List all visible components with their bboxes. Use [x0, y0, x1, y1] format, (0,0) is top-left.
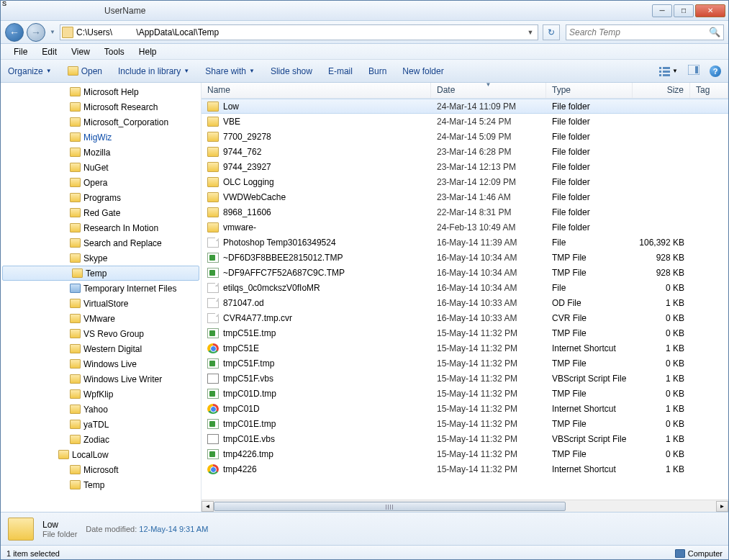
tree-item[interactable]: Research In Motion: [1, 220, 201, 235]
email-button[interactable]: E-mail: [328, 66, 353, 76]
minimize-button[interactable]: ─: [652, 4, 672, 17]
include-library-button[interactable]: Include in library▼: [118, 66, 189, 76]
tree-item[interactable]: yaTDL: [1, 417, 201, 432]
tree-item[interactable]: Search and Replace: [1, 235, 201, 250]
list-row[interactable]: Photoshop Temp301634952416-May-14 11:39 …: [202, 235, 728, 250]
list-row[interactable]: 871047.od16-May-14 10:33 AMOD File1 KB: [202, 295, 728, 310]
tree-item[interactable]: Yahoo: [1, 402, 201, 417]
column-date[interactable]: ▼Date: [431, 83, 546, 98]
forward-button[interactable]: →: [27, 23, 45, 42]
list-row[interactable]: Low24-Mar-14 11:09 PMFile folder: [202, 99, 728, 114]
tree-item[interactable]: Red Gate: [1, 205, 201, 220]
list-row[interactable]: 8968_1160622-Mar-14 8:31 PMFile folder: [202, 204, 728, 220]
preview-pane-button[interactable]: [688, 65, 699, 77]
list-row[interactable]: 9744_2392723-Mar-14 12:13 PMFile folder: [202, 159, 728, 174]
scroll-right-arrow[interactable]: ►: [716, 501, 728, 512]
menu-edit[interactable]: Edit: [36, 45, 63, 58]
details-folder-icon: [8, 518, 34, 541]
scroll-track[interactable]: [214, 501, 716, 512]
tree-item[interactable]: Temp: [2, 266, 199, 281]
tree-item[interactable]: Western Digital: [1, 341, 201, 356]
slideshow-button[interactable]: Slide show: [271, 66, 312, 76]
tree-item[interactable]: VS Revo Group: [1, 326, 201, 341]
tree-item[interactable]: NuGet: [1, 160, 201, 175]
column-size[interactable]: Size: [633, 83, 690, 98]
tree-item[interactable]: Windows Live Writer: [1, 371, 201, 387]
search-input[interactable]: [569, 27, 709, 37]
open-button[interactable]: Open: [68, 66, 102, 76]
horizontal-scrollbar[interactable]: ◄ ►: [202, 500, 728, 512]
tree-item[interactable]: MigWiz: [1, 130, 201, 145]
list-row[interactable]: vmware-24-Feb-13 10:49 AMFile folder: [202, 220, 728, 235]
tree-item[interactable]: Programs: [1, 190, 201, 205]
help-button[interactable]: ?: [710, 66, 721, 77]
burn-button[interactable]: Burn: [368, 66, 386, 76]
list-row[interactable]: tmpC01D15-May-14 11:32 PMInternet Shortc…: [202, 401, 728, 416]
scroll-left-arrow[interactable]: ◄: [202, 501, 214, 512]
list-row[interactable]: tmpC01E.tmp15-May-14 11:32 PMTMP File0 K…: [202, 416, 728, 431]
tree-item[interactable]: Windows Live: [1, 356, 201, 371]
list-row[interactable]: 9744_76223-Mar-14 6:28 PMFile folder: [202, 144, 728, 159]
refresh-button[interactable]: ↻: [543, 24, 560, 40]
address-bar[interactable]: ▼: [60, 24, 538, 40]
file-type: File: [546, 238, 633, 248]
list-row[interactable]: 7700_2927824-Mar-14 5:09 PMFile folder: [202, 129, 728, 144]
newfolder-button[interactable]: New folder: [402, 66, 443, 76]
tree-item[interactable]: Zodiac: [1, 432, 201, 447]
tree-pane[interactable]: Microsoft HelpMicrosoft ResearchMicrosof…: [1, 83, 202, 512]
menu-file[interactable]: File: [8, 45, 33, 58]
list-row[interactable]: VBE24-Mar-14 5:24 PMFile folder: [202, 114, 728, 129]
tree-item[interactable]: VirtualStore: [1, 296, 201, 311]
file-size: 1 KB: [633, 404, 690, 414]
close-button[interactable]: ✕: [695, 4, 725, 17]
file-size: 928 KB: [633, 253, 690, 263]
address-input[interactable]: [76, 27, 525, 37]
column-tag[interactable]: Tag: [690, 83, 728, 98]
search-bar[interactable]: 🔍: [566, 24, 724, 40]
menu-help[interactable]: Help: [133, 45, 163, 58]
column-type[interactable]: Type: [546, 83, 633, 98]
tree-item[interactable]: Temp: [1, 477, 201, 492]
tree-item[interactable]: WpfKlip: [1, 387, 201, 402]
scroll-thumb[interactable]: [214, 502, 566, 511]
tree-item[interactable]: Mozilla: [1, 145, 201, 160]
organize-button[interactable]: Organize▼: [8, 66, 52, 76]
tree-item[interactable]: Microsoft Research: [1, 99, 201, 114]
list-row[interactable]: tmpC51F.tmp15-May-14 11:32 PMTMP File0 K…: [202, 356, 728, 371]
tree-item[interactable]: Opera: [1, 175, 201, 190]
list-row[interactable]: tmp4226.tmp15-May-14 11:32 PMTMP File0 K…: [202, 446, 728, 461]
list-row[interactable]: OLC Logging23-Mar-14 12:09 PMFile folder: [202, 174, 728, 189]
folder-icon: [70, 148, 81, 157]
file-type: VBScript Script File: [546, 434, 633, 444]
list-row[interactable]: ~DF6D3F8BBEE2815012.TMP16-May-14 10:34 A…: [202, 250, 728, 265]
history-dropdown[interactable]: ▼: [48, 24, 57, 40]
tree-item[interactable]: VMware: [1, 311, 201, 326]
list-row[interactable]: tmpC01E.vbs15-May-14 11:32 PMVBScript Sc…: [202, 431, 728, 446]
back-button[interactable]: ←: [5, 23, 24, 42]
tree-item[interactable]: Microsoft_Corporation: [1, 114, 201, 130]
list-row[interactable]: ~DF9AFFC7F52A687C9C.TMP16-May-14 10:34 A…: [202, 265, 728, 280]
list-row[interactable]: CVR4A77.tmp.cvr16-May-14 10:33 AMCVR Fil…: [202, 310, 728, 325]
tree-item[interactable]: Microsoft Help: [1, 84, 201, 99]
list-row[interactable]: tmpC51E.tmp15-May-14 11:32 PMTMP File0 K…: [202, 325, 728, 340]
file-name: vmware-: [223, 222, 256, 232]
list-body[interactable]: Low24-Mar-14 11:09 PMFile folderVBE24-Ma…: [202, 99, 728, 500]
list-row[interactable]: tmpC51F.vbs15-May-14 11:32 PMVBScript Sc…: [202, 371, 728, 386]
list-row[interactable]: tmpC51E15-May-14 11:32 PMInternet Shortc…: [202, 340, 728, 356]
file-date: 16-May-14 10:33 AM: [431, 298, 546, 308]
address-dropdown[interactable]: ▼: [525, 29, 536, 36]
list-row[interactable]: etilqs_0c0mckszV0fIoMR16-May-14 10:34 AM…: [202, 280, 728, 295]
view-options-button[interactable]: ▼: [659, 66, 678, 76]
list-row[interactable]: tmpC01D.tmp15-May-14 11:32 PMTMP File0 K…: [202, 386, 728, 401]
share-button[interactable]: Share with▼: [205, 66, 255, 76]
tree-item[interactable]: Skype: [1, 250, 201, 266]
menu-view[interactable]: View: [65, 45, 96, 58]
column-name[interactable]: Name: [202, 83, 431, 98]
list-row[interactable]: VWDWebCache23-Mar-14 1:46 AMFile folder: [202, 189, 728, 204]
tree-item[interactable]: LocalLow: [1, 447, 201, 462]
maximize-button[interactable]: □: [674, 4, 694, 17]
list-row[interactable]: tmp422615-May-14 11:32 PMInternet Shortc…: [202, 461, 728, 477]
tree-item[interactable]: Microsoft: [1, 462, 201, 477]
menu-tools[interactable]: Tools: [99, 45, 130, 58]
tree-item[interactable]: Temporary Internet Files: [1, 281, 201, 296]
